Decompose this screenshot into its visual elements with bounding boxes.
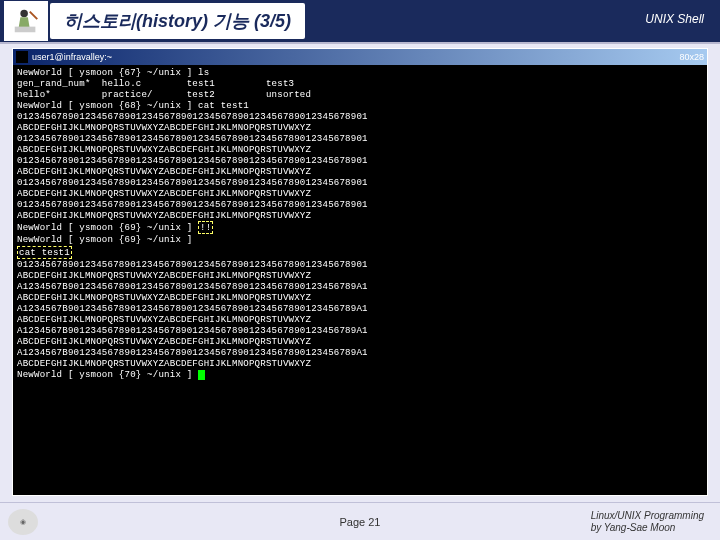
term-line: NewWorld [ ysmoon {70} ~/unix ] xyxy=(17,369,198,380)
term-line: NewWorld [ ysmoon {69} ~/unix ] xyxy=(17,222,198,233)
footer-logo-icon: ◉ xyxy=(8,509,38,535)
term-line: A1234567B9012345678901234567890123456789… xyxy=(17,325,368,336)
term-line: ABCDEFGHIJKLMNOPQRSTUVWXYZABCDEFGHIJKLMN… xyxy=(17,336,311,347)
slide-footer: ◉ Page 21 Linux/UNIX Programming by Yang… xyxy=(0,502,720,540)
term-line: A1234567B9012345678901234567890123456789… xyxy=(17,281,368,292)
terminal-body: NewWorld [ ysmoon {67} ~/unix ] ls gen_r… xyxy=(13,65,707,495)
term-line: 0123456789012345678901234567890123456789… xyxy=(17,177,368,188)
term-line: A1234567B9012345678901234567890123456789… xyxy=(17,347,368,358)
svg-point-0 xyxy=(20,10,28,18)
header-icon xyxy=(4,1,48,41)
terminal-icon xyxy=(16,51,28,63)
highlight-bang-bang: !! xyxy=(198,221,213,234)
term-line: 0123456789012345678901234567890123456789… xyxy=(17,199,368,210)
term-line: 0123456789012345678901234567890123456789… xyxy=(17,133,368,144)
writer-icon xyxy=(11,6,41,36)
term-line: ABCDEFGHIJKLMNOPQRSTUVWXYZABCDEFGHIJKLMN… xyxy=(17,166,311,177)
term-line: ABCDEFGHIJKLMNOPQRSTUVWXYZABCDEFGHIJKLMN… xyxy=(17,358,311,369)
page-number: Page 21 xyxy=(340,516,381,528)
term-line: 0123456789012345678901234567890123456789… xyxy=(17,259,368,270)
term-line: NewWorld [ ysmoon {67} ~/unix ] ls xyxy=(17,67,209,78)
terminal-size: 80x28 xyxy=(679,52,704,62)
svg-rect-1 xyxy=(15,27,36,33)
term-line: ABCDEFGHIJKLMNOPQRSTUVWXYZABCDEFGHIJKLMN… xyxy=(17,188,311,199)
author-name: by Yang-Sae Moon xyxy=(591,522,704,534)
term-line: NewWorld [ ysmoon {68} ~/unix ] cat test… xyxy=(17,100,249,111)
header-title-wrap: 히스토리(history) 기능 (3/5) xyxy=(50,3,305,39)
footer-credits: Linux/UNIX Programming by Yang-Sae Moon xyxy=(591,510,704,534)
course-name: Linux/UNIX Programming xyxy=(591,510,704,522)
term-line: NewWorld [ ysmoon {69} ~/unix ] xyxy=(17,234,192,245)
term-line: gen_rand_num* hello.c test1 test3 xyxy=(17,78,294,89)
term-line: ABCDEFGHIJKLMNOPQRSTUVWXYZABCDEFGHIJKLMN… xyxy=(17,292,311,303)
term-line: ABCDEFGHIJKLMNOPQRSTUVWXYZABCDEFGHIJKLMN… xyxy=(17,270,311,281)
terminal-window: user1@infravalley:~ 80x28 NewWorld [ ysm… xyxy=(12,48,708,496)
term-line: ABCDEFGHIJKLMNOPQRSTUVWXYZABCDEFGHIJKLMN… xyxy=(17,210,311,221)
terminal-title: user1@infravalley:~ xyxy=(32,52,112,62)
terminal-titlebar: user1@infravalley:~ 80x28 xyxy=(13,49,707,65)
term-line: A1234567B9012345678901234567890123456789… xyxy=(17,303,368,314)
term-line: 0123456789012345678901234567890123456789… xyxy=(17,155,368,166)
slide-header: 히스토리(history) 기능 (3/5) UNIX Shell xyxy=(0,0,720,44)
cursor-icon xyxy=(198,370,205,380)
svg-line-2 xyxy=(30,12,38,20)
term-line: ABCDEFGHIJKLMNOPQRSTUVWXYZABCDEFGHIJKLMN… xyxy=(17,314,311,325)
highlight-cat-test1: cat test1 xyxy=(17,246,72,259)
term-line: hello* practice/ test2 unsorted xyxy=(17,89,311,100)
term-line: ABCDEFGHIJKLMNOPQRSTUVWXYZABCDEFGHIJKLMN… xyxy=(17,144,311,155)
header-subtitle: UNIX Shell xyxy=(645,12,704,26)
term-line: ABCDEFGHIJKLMNOPQRSTUVWXYZABCDEFGHIJKLMN… xyxy=(17,122,311,133)
term-line: 0123456789012345678901234567890123456789… xyxy=(17,111,368,122)
slide-title: 히스토리(history) 기능 (3/5) xyxy=(64,9,291,33)
